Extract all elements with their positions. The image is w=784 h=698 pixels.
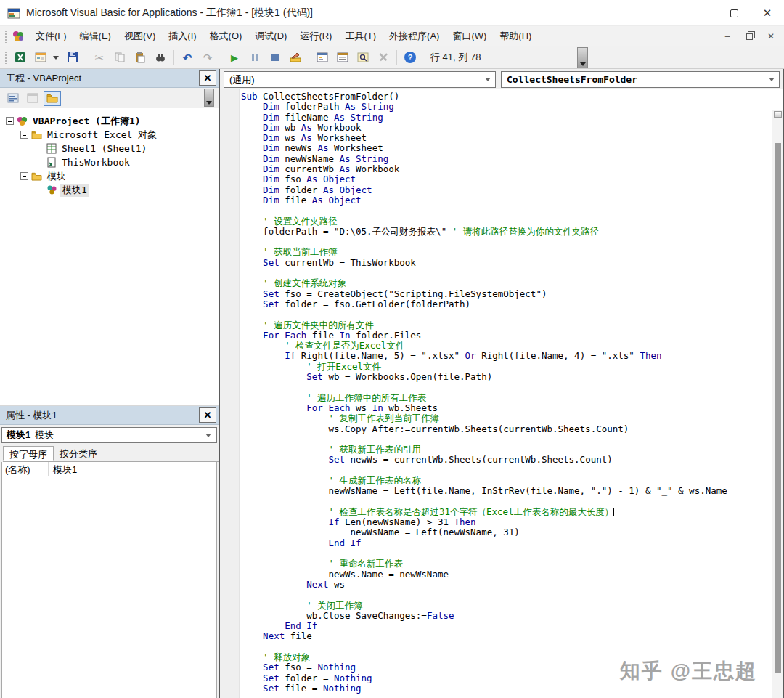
collapse-icon[interactable] (20, 172, 28, 180)
tree-item-sheet1[interactable]: Sheet1 (Sheet1) (0, 142, 219, 155)
chevron-down-icon (580, 62, 586, 66)
menu-item[interactable]: 插入(I) (162, 27, 203, 46)
tree-item-thisworkbook[interactable]: ThisWorkbook (0, 155, 219, 169)
separator (309, 50, 309, 65)
toolbar-overflow-scrollbar[interactable] (577, 47, 588, 68)
code-lines[interactable]: Sub CollectSheetsFromFolder() Dim folder… (241, 92, 770, 698)
help-button[interactable]: ? (401, 49, 420, 66)
undo-button[interactable]: ↶ (178, 49, 197, 66)
menu-item[interactable]: 视图(V) (118, 27, 162, 46)
paste-button[interactable] (131, 49, 150, 66)
code-area[interactable]: Sub CollectSheetsFromFolder() Dim folder… (220, 89, 783, 698)
mdi-close-button[interactable]: ✕ (765, 31, 777, 42)
code-line (241, 309, 770, 320)
break-button[interactable] (245, 49, 264, 66)
code-line: wb.Close SaveChanges:=False (241, 611, 770, 621)
insert-userform-button[interactable] (31, 49, 50, 66)
view-code-button[interactable] (4, 91, 22, 106)
code-window: (通用) CollectSheetsFromFolder Sub Collect… (219, 69, 784, 698)
properties-panel-close-button[interactable]: ✕ (199, 407, 216, 423)
tree-item-label: Sheet1 (Sheet1) (60, 143, 149, 154)
toolbox-button[interactable] (374, 49, 393, 66)
code-line: Set currentWb = ThisWorkbook (241, 258, 770, 268)
window-close-button[interactable]: ✕ (751, 0, 784, 26)
run-button[interactable]: ▶ (225, 49, 244, 66)
scrollbar-split-handle[interactable] (774, 111, 782, 118)
properties-object-name: 模块1 (7, 429, 30, 442)
tree-item-module1[interactable]: 模块1 (0, 183, 219, 197)
find-button[interactable] (151, 49, 170, 66)
tab-categorized[interactable]: 按分类序 (54, 446, 103, 461)
code-line: For Each ws In wb.Sheets (241, 403, 770, 413)
menu-item[interactable]: 帮助(H) (493, 27, 538, 46)
collapse-icon[interactable] (20, 131, 28, 139)
menu-item[interactable]: 运行(R) (293, 27, 338, 46)
mdi-restore-button[interactable] (743, 31, 755, 42)
code-line: ' 检查文件是否为Excel文件 (241, 341, 770, 351)
toggle-folders-button[interactable] (44, 91, 61, 106)
project-explorer-icon (317, 52, 328, 63)
cut-button[interactable]: ✂ (90, 49, 109, 66)
properties-object-combo[interactable]: 模块1 模块 (1, 427, 217, 443)
vba-window: Microsoft Visual Basic for Applications … (0, 0, 784, 698)
code-line: Dim newWs As Worksheet (241, 143, 770, 153)
code-line (241, 237, 770, 247)
menubar-grip[interactable] (4, 30, 7, 43)
properties-window-icon (337, 52, 348, 63)
property-row[interactable]: (名称) 模块1 (2, 462, 216, 476)
project-explorer-button[interactable] (313, 49, 332, 66)
excel-icon (15, 52, 26, 63)
code-line (241, 466, 770, 476)
code-line: ' 设置文件夹路径 (241, 216, 770, 227)
menu-item[interactable]: 外接程序(A) (383, 27, 446, 46)
code-line: ' 遍历工作簿中的所有工作表 (241, 393, 770, 403)
menu-item[interactable]: 格式(O) (203, 27, 249, 46)
code-vertical-scrollbar[interactable] (772, 110, 783, 698)
menu-item[interactable]: 调试(D) (248, 27, 293, 46)
tree-item-excel-objects[interactable]: Microsoft Excel 对象 (0, 128, 219, 142)
scrollbar-thumb[interactable] (775, 143, 781, 673)
menu-item[interactable]: 文件(F) (29, 27, 73, 46)
mdi-minimize-button[interactable]: – (722, 31, 733, 42)
folder-icon (31, 171, 42, 181)
properties-window-button[interactable] (333, 49, 352, 66)
tree-item-vbaproject[interactable]: VBAProject (工作簿1) (0, 114, 219, 128)
insert-dropdown-button[interactable] (52, 49, 62, 66)
redo-button[interactable]: ↷ (198, 49, 217, 66)
window-maximize-button[interactable] (717, 0, 751, 26)
tab-alphabetic[interactable]: 按字母序 (3, 446, 54, 461)
menu-item[interactable]: 编辑(E) (73, 27, 118, 46)
view-code-icon (7, 93, 19, 103)
project-overflow-scrollbar[interactable] (204, 89, 214, 107)
restore-icon (746, 33, 753, 40)
procedure-combo[interactable]: CollectSheetsFromFolder (501, 71, 780, 88)
project-panel-close-button[interactable]: ✕ (199, 70, 216, 86)
copy-button[interactable] (110, 49, 129, 66)
chevron-down-icon (206, 101, 212, 105)
paste-icon (134, 52, 146, 63)
view-excel-button[interactable] (11, 49, 30, 66)
menu-item[interactable]: 工具(T) (338, 27, 383, 46)
chevron-down-icon (205, 434, 211, 437)
property-value: 模块1 (49, 462, 81, 476)
save-button[interactable] (63, 49, 82, 66)
design-mode-button[interactable] (286, 49, 305, 66)
object-browser-button[interactable] (354, 49, 372, 66)
code-line: ' 创建文件系统对象 (241, 278, 770, 288)
menu-item[interactable]: 窗口(W) (446, 27, 493, 46)
view-object-button[interactable] (24, 91, 41, 106)
code-line (241, 206, 770, 216)
code-line: Dim folder As Object (241, 185, 770, 195)
reset-button[interactable] (266, 49, 285, 66)
code-line: If Right(file.Name, 5) = ".xlsx" Or Righ… (241, 351, 770, 361)
property-name: (名称) (2, 462, 49, 476)
general-combo[interactable]: (通用) (224, 71, 496, 88)
toolbar-grip[interactable] (4, 51, 7, 64)
code-line: newWsName = Left(newWsName, 31) (241, 527, 770, 537)
tree-item-modules-folder[interactable]: 模块 (0, 169, 219, 183)
code-line: Set wb = Workbooks.Open(file.Path) (241, 372, 770, 382)
code-line: Dim currentWb As Workbook (241, 164, 770, 174)
collapse-icon[interactable] (6, 117, 14, 125)
code-line (241, 268, 770, 278)
window-minimize-button[interactable]: – (684, 0, 717, 26)
